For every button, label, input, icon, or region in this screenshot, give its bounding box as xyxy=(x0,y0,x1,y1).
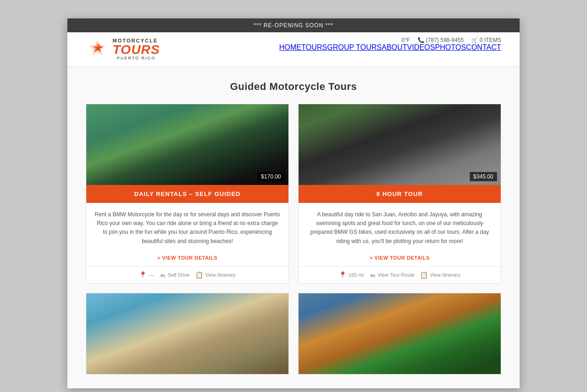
browser-window: *** RE-OPENING SOON *** ★ MOTORCYCL xyxy=(67,18,520,388)
nav-contact[interactable]: CONTACT xyxy=(466,43,501,52)
logo-container: ★ MOTORCYCLE TOURS PUERTO RICO xyxy=(86,38,160,61)
tour-link-2[interactable]: > VIEW TOUR DETAILS xyxy=(299,253,501,266)
tours-grid: $170.00 DAILY RENTALS – SELF GUIDED Rent… xyxy=(86,104,501,374)
page-title: Guided Motorcycle Tours xyxy=(86,81,501,93)
tour-card-2: $345.00 8 HOUR TOUR A beautiful day ride… xyxy=(298,104,501,284)
tour-footer-item-route-2[interactable]: 🏍 View Tour Route xyxy=(369,271,414,279)
tour-description-1: Rent a BMW Motorcycle for the day or for… xyxy=(86,203,288,253)
logo-area: ★ MOTORCYCLE TOURS PUERTO RICO xyxy=(86,32,160,66)
tour-footer-itinerary-label-1: View Itinerary xyxy=(205,272,235,278)
tour-footer-item-drive-1[interactable]: 🏍 Self Drive xyxy=(159,271,190,279)
header-utility: 0°F 📞 (787) 598-9455 🛒 0 ITEMS xyxy=(279,32,501,43)
nav-photos[interactable]: PHOTOS xyxy=(435,43,466,52)
phone-number: 📞 (787) 598-9455 xyxy=(418,37,464,43)
tour-card-3 xyxy=(86,293,289,374)
nav-group-tours[interactable]: GROUP TOURS xyxy=(327,43,382,52)
motorcycle-icon-2: 🏍 xyxy=(369,271,376,279)
tour-description-2: A beautiful day ride to San Juan, Arecib… xyxy=(299,203,501,253)
tour-image-2: $345.00 xyxy=(299,104,501,185)
tour-footer-item-location-1: 📍 — xyxy=(139,271,154,279)
location-icon-2: 📍 xyxy=(339,271,347,279)
tour-footer-text-loc-1: — xyxy=(149,272,154,278)
tour-footer-item-itinerary-2[interactable]: 📋 View Itinerary xyxy=(420,271,460,279)
logo-tours-label: TOURS xyxy=(113,43,160,56)
nav-videos[interactable]: VIDEOS xyxy=(407,43,435,52)
svg-text:★: ★ xyxy=(93,42,103,54)
tour-footer-1: 📍 — 🏍 Self Drive 📋 View Itinerary xyxy=(86,266,288,283)
main-content: Guided Motorcycle Tours $170.00 DAILY RE… xyxy=(67,67,520,388)
logo-icon: ★ xyxy=(86,38,109,61)
announcement-text: *** RE-OPENING SOON *** xyxy=(254,22,333,29)
tour-price-2: $345.00 xyxy=(470,172,497,181)
nav-home[interactable]: HOME xyxy=(279,43,301,52)
tour-link-1[interactable]: > VIEW TOUR DETAILS xyxy=(86,253,288,266)
motorcycle-icon-1: 🏍 xyxy=(159,271,166,279)
header-inner: 0°F 📞 (787) 598-9455 🛒 0 ITEMS HOME TOUR… xyxy=(279,32,501,52)
temperature-display: 0°F xyxy=(401,37,410,43)
tour-footer-drive-label-1: Self Drive xyxy=(168,272,190,278)
header-top-row: ★ MOTORCYCLE TOURS PUERTO RICO 0°F 📞 xyxy=(86,32,501,66)
tour-image-3 xyxy=(86,293,288,374)
tour-footer-item-distance-2: 📍 165 mi xyxy=(339,271,364,279)
tour-price-1: $170.00 xyxy=(258,172,285,181)
nav-tours[interactable]: TOURS xyxy=(301,43,327,52)
itinerary-icon-1: 📋 xyxy=(195,271,203,279)
cart-icon: 🛒 xyxy=(471,37,478,43)
itinerary-icon-2: 📋 xyxy=(420,271,428,279)
tour-title-2: 8 HOUR TOUR xyxy=(299,185,501,203)
logo-puertorico-label: PUERTO RICO xyxy=(113,56,160,60)
tour-footer-itinerary-label-2: View Itinerary xyxy=(430,272,460,278)
tour-image-1: $170.00 xyxy=(86,104,288,185)
tour-card-1: $170.00 DAILY RENTALS – SELF GUIDED Rent… xyxy=(86,104,289,284)
header-wrapper: ★ MOTORCYCLE TOURS PUERTO RICO 0°F 📞 xyxy=(67,32,520,67)
tour-image-4 xyxy=(299,293,501,374)
nav-about[interactable]: ABOUT xyxy=(382,43,407,52)
tour-title-1: DAILY RENTALS – SELF GUIDED xyxy=(86,185,288,203)
tour-footer-distance-label-2: 165 mi xyxy=(348,272,364,278)
tour-footer-2: 📍 165 mi 🏍 View Tour Route 📋 View Itiner… xyxy=(299,266,501,283)
announcement-bar: *** RE-OPENING SOON *** xyxy=(67,18,520,32)
phone-icon: 📞 xyxy=(418,37,425,43)
cart-display[interactable]: 🛒 0 ITEMS xyxy=(471,37,501,43)
tour-footer-route-label-2: View Tour Route xyxy=(377,272,414,278)
location-icon-1: 📍 xyxy=(139,271,147,279)
nav: HOME TOURS GROUP TOURS ABOUT VIDEOS PHOT… xyxy=(279,43,501,52)
tour-footer-item-itinerary-1[interactable]: 📋 View Itinerary xyxy=(195,271,235,279)
logo-text: MOTORCYCLE TOURS PUERTO RICO xyxy=(113,38,160,60)
tour-card-4 xyxy=(298,293,501,374)
